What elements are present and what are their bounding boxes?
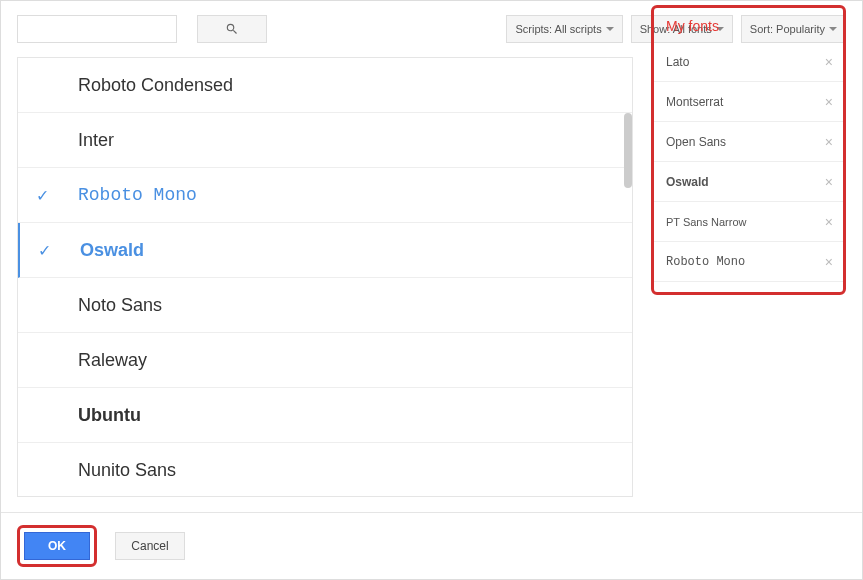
font-row[interactable]: ✓Roboto Mono bbox=[18, 168, 632, 223]
font-name: Raleway bbox=[58, 350, 147, 371]
my-font-name: Open Sans bbox=[666, 135, 726, 149]
my-font-name: Montserrat bbox=[666, 95, 723, 109]
my-font-name: Roboto Mono bbox=[666, 255, 745, 269]
my-fonts-panel: My fonts Lato×Montserrat×Open Sans×Oswal… bbox=[651, 5, 846, 295]
check-icon: ✓ bbox=[38, 241, 51, 260]
my-font-row[interactable]: Roboto Mono× bbox=[654, 242, 843, 282]
font-row[interactable]: Roboto Condensed bbox=[18, 58, 632, 113]
my-font-row[interactable]: PT Sans Narrow× bbox=[654, 202, 843, 242]
bottom-bar: OK Cancel bbox=[1, 512, 862, 579]
my-font-row[interactable]: Lato× bbox=[654, 42, 843, 82]
cancel-button[interactable]: Cancel bbox=[115, 532, 185, 560]
font-list: Roboto CondensedInter✓Roboto Mono✓Oswald… bbox=[18, 58, 632, 496]
my-font-name: Oswald bbox=[666, 175, 709, 189]
filter-scripts[interactable]: Scripts: All scripts bbox=[506, 15, 622, 43]
my-font-row[interactable]: Oswald× bbox=[654, 162, 843, 202]
font-row[interactable]: Noto Sans bbox=[18, 278, 632, 333]
font-name: Roboto Mono bbox=[58, 185, 197, 205]
font-row[interactable]: Raleway bbox=[18, 333, 632, 388]
font-name: Roboto Condensed bbox=[58, 75, 233, 96]
my-font-row[interactable]: Open Sans× bbox=[654, 122, 843, 162]
font-name: Inter bbox=[58, 130, 114, 151]
font-row[interactable]: Nunito Sans bbox=[18, 443, 632, 497]
remove-icon[interactable]: × bbox=[825, 54, 833, 70]
ok-button[interactable]: OK bbox=[24, 532, 90, 560]
font-name: Ubuntu bbox=[58, 405, 141, 426]
search-button[interactable] bbox=[197, 15, 267, 43]
chevron-down-icon bbox=[606, 27, 614, 31]
check-icon: ✓ bbox=[36, 186, 49, 205]
font-row[interactable]: Inter bbox=[18, 113, 632, 168]
scrollbar-thumb[interactable] bbox=[624, 113, 632, 188]
remove-icon[interactable]: × bbox=[825, 94, 833, 110]
font-name: Noto Sans bbox=[58, 295, 162, 316]
font-name: Nunito Sans bbox=[58, 460, 176, 481]
ok-button-highlight: OK bbox=[17, 525, 97, 567]
font-name: Oswald bbox=[60, 240, 144, 261]
search-input[interactable] bbox=[17, 15, 177, 43]
my-fonts-title: My fonts bbox=[654, 8, 843, 42]
remove-icon[interactable]: × bbox=[825, 174, 833, 190]
remove-icon[interactable]: × bbox=[825, 134, 833, 150]
filter-scripts-label: Scripts: All scripts bbox=[515, 23, 601, 35]
remove-icon[interactable]: × bbox=[825, 214, 833, 230]
search-icon bbox=[225, 22, 239, 36]
my-font-name: Lato bbox=[666, 55, 689, 69]
remove-icon[interactable]: × bbox=[825, 254, 833, 270]
my-font-name: PT Sans Narrow bbox=[666, 216, 747, 228]
font-row[interactable]: ✓Oswald bbox=[18, 223, 632, 278]
my-font-row[interactable]: Montserrat× bbox=[654, 82, 843, 122]
font-row[interactable]: Ubuntu bbox=[18, 388, 632, 443]
my-fonts-list: Lato×Montserrat×Open Sans×Oswald×PT Sans… bbox=[654, 42, 843, 282]
font-list-container: Roboto CondensedInter✓Roboto Mono✓Oswald… bbox=[17, 57, 633, 497]
main-area: Roboto CondensedInter✓Roboto Mono✓Oswald… bbox=[1, 57, 862, 497]
